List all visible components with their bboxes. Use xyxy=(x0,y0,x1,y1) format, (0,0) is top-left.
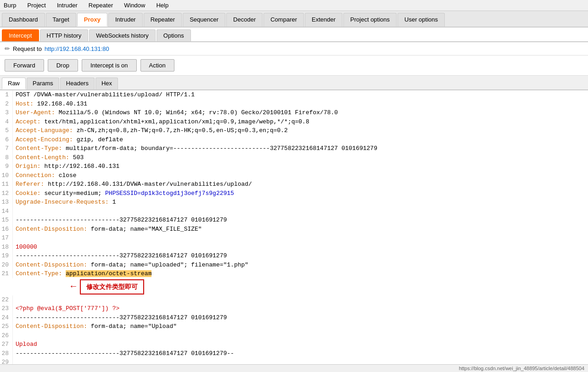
line-number: 4 xyxy=(0,117,13,127)
content-tabs: Raw Params Headers Hex xyxy=(0,76,588,90)
menu-window[interactable]: Window xyxy=(122,1,147,10)
tab-user-options[interactable]: User options xyxy=(398,13,445,27)
table-row: 13Upgrade-Insecure-Requests: 1 xyxy=(0,198,588,207)
line-number: 28 xyxy=(0,349,13,358)
annotation-container: ←修改文件类型即可 xyxy=(0,278,588,295)
action-button[interactable]: Action xyxy=(140,59,174,72)
menu-repeater[interactable]: Repeater xyxy=(87,1,115,10)
line-number: 19 xyxy=(0,251,13,261)
line-number: 3 xyxy=(0,108,13,117)
line-number: 27 xyxy=(0,340,13,349)
line-number: 5 xyxy=(0,126,13,135)
line-number: 21 xyxy=(0,269,13,278)
tab-comparer[interactable]: Comparer xyxy=(263,13,304,27)
sub-tabs: Intercept HTTP history WebSockets histor… xyxy=(0,28,588,42)
line-content: Content-Disposition: form-data; name="MA… xyxy=(16,225,588,234)
line-number: 8 xyxy=(0,153,13,162)
content-tab-headers[interactable]: Headers xyxy=(60,78,95,89)
line-content: Accept: text/html,application/xhtml+xml,… xyxy=(16,117,588,127)
line-content: User-Agent: Mozilla/5.0 (Windows NT 10.0… xyxy=(16,108,588,117)
table-row: 1POST /DVWA-master/vulnerabilities/uploa… xyxy=(0,90,588,100)
line-content: Content-Type: multipart/form-data; bound… xyxy=(16,144,588,153)
table-row: 9Origin: http://192.168.40.131 xyxy=(0,162,588,171)
line-number: 12 xyxy=(0,189,13,198)
menu-intruder[interactable]: Intruder xyxy=(55,1,79,10)
table-row: 3User-Agent: Mozilla/5.0 (Windows NT 10.… xyxy=(0,108,588,117)
line-number: 1 xyxy=(0,90,13,100)
table-row: 28-----------------------------327758223… xyxy=(0,349,588,358)
menu-bar: Burp Project Intruder Repeater Window He… xyxy=(0,0,588,11)
tab-proxy[interactable]: Proxy xyxy=(77,13,107,27)
line-number: 6 xyxy=(0,135,13,144)
content-tab-params[interactable]: Params xyxy=(27,78,59,89)
tab-intruder[interactable]: Intruder xyxy=(108,13,143,27)
table-row: 7Content-Type: multipart/form-data; boun… xyxy=(0,144,588,153)
tab-decoder[interactable]: Decoder xyxy=(226,13,263,27)
table-row: 5Accept-Language: zh-CN,zh;q=0.8,zh-TW;q… xyxy=(0,126,588,135)
request-info: ✏ Request to http://192.168.40.131:80 xyxy=(0,42,588,56)
line-content: Accept-Language: zh-CN,zh;q=0.8,zh-TW;q=… xyxy=(16,126,588,135)
line-number: 10 xyxy=(0,171,13,180)
table-row: 17 xyxy=(0,233,588,243)
content-tab-hex[interactable]: Hex xyxy=(95,78,118,89)
http-content: 1POST /DVWA-master/vulnerabilities/uploa… xyxy=(0,90,588,367)
table-row: 16Content-Disposition: form-data; name="… xyxy=(0,225,588,234)
tab-sequencer[interactable]: Sequencer xyxy=(183,13,225,27)
line-number: 20 xyxy=(0,261,13,270)
line-number: 23 xyxy=(0,304,13,313)
line-content: Host: 192.168.40.131 xyxy=(16,100,588,109)
menu-project[interactable]: Project xyxy=(25,1,47,10)
line-content: -----------------------------32775822321… xyxy=(16,216,588,225)
table-row: 15-----------------------------327758223… xyxy=(0,216,588,225)
table-row: 26 xyxy=(0,331,588,340)
line-content: -----------------------------32775822321… xyxy=(16,251,588,261)
line-content: Upload xyxy=(16,340,588,349)
subtab-intercept[interactable]: Intercept xyxy=(2,29,39,41)
table-row: 22 xyxy=(0,295,588,305)
line-number: 7 xyxy=(0,144,13,153)
line-content: POST /DVWA-master/vulnerabilities/upload… xyxy=(16,90,588,100)
line-number: 13 xyxy=(0,198,13,207)
drop-button[interactable]: Drop xyxy=(48,59,78,72)
line-number: 14 xyxy=(0,207,13,216)
line-number: 24 xyxy=(0,313,13,322)
line-number: 25 xyxy=(0,322,13,331)
line-number: 15 xyxy=(0,216,13,225)
line-content xyxy=(16,207,588,216)
intercept-button[interactable]: Intercept is on xyxy=(82,59,137,72)
line-content: Upgrade-Insecure-Requests: 1 xyxy=(16,198,588,207)
subtab-options[interactable]: Options xyxy=(157,29,191,41)
line-content: 100000 xyxy=(16,243,588,252)
subtab-http-history[interactable]: HTTP history xyxy=(40,29,89,41)
line-content: Origin: http://192.168.40.131 xyxy=(16,162,588,171)
line-content: Connection: close xyxy=(16,171,588,180)
status-bar: https://blog.csdn.net/wei_jin_48895/arti… xyxy=(0,364,588,367)
action-bar: Forward Drop Intercept is on Action xyxy=(0,56,588,76)
table-row: 19-----------------------------327758223… xyxy=(0,251,588,261)
menu-burp[interactable]: Burp xyxy=(2,1,18,10)
line-content: Content-Type: application/octet-stream xyxy=(16,269,588,278)
annotation-arrow: ← xyxy=(71,280,76,294)
tab-extender[interactable]: Extender xyxy=(305,13,342,27)
line-content xyxy=(16,233,588,243)
tab-dashboard[interactable]: Dashboard xyxy=(2,13,45,27)
table-row: 11Referer: http://192.168.40.131/DVWA-ma… xyxy=(0,180,588,189)
table-row: 24-----------------------------327758223… xyxy=(0,313,588,322)
table-row: 10Connection: close xyxy=(0,171,588,180)
line-content xyxy=(16,331,588,340)
subtab-websockets-history[interactable]: WebSockets history xyxy=(89,29,156,41)
top-tabs: Dashboard Target Proxy Intruder Repeater… xyxy=(0,11,588,28)
menu-help[interactable]: Help xyxy=(154,1,170,10)
line-content: Referer: http://192.168.40.131/DVWA-mast… xyxy=(16,180,588,189)
line-number: 11 xyxy=(0,180,13,189)
annotation-box: 修改文件类型即可 xyxy=(80,279,144,294)
line-content: Content-Disposition: form-data; name="Up… xyxy=(16,322,588,331)
content-tab-raw[interactable]: Raw xyxy=(2,78,26,89)
table-row: 18100000 xyxy=(0,243,588,252)
table-row: 14 xyxy=(0,207,588,216)
forward-button[interactable]: Forward xyxy=(5,59,44,72)
tab-project-options[interactable]: Project options xyxy=(343,13,397,27)
tab-target[interactable]: Target xyxy=(46,13,76,27)
tab-repeater[interactable]: Repeater xyxy=(144,13,182,27)
request-url: http://192.168.40.131:80 xyxy=(45,45,109,52)
